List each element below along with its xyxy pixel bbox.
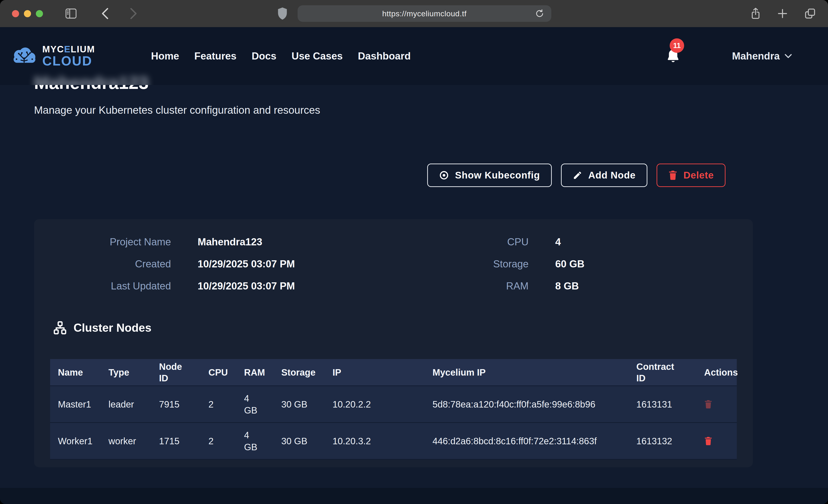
traffic-lights <box>12 10 43 17</box>
table-row-worker1: Worker1 worker 1715 2 4 GB 30 GB 10.20.3… <box>50 422 737 460</box>
network-nodes-icon <box>53 321 67 335</box>
cluster-details-card: Project Name Mahendra123 Created 10/29/2… <box>34 219 753 467</box>
page-title-blur-ghost: Mahendra123 <box>34 73 149 85</box>
info-row-cpu: CPU 4 <box>414 236 584 248</box>
info-row-created: Created 10/29/2025 03:07 PM <box>34 258 295 270</box>
privacy-shield-icon[interactable] <box>277 7 288 20</box>
cluster-info-right: CPU 4 Storage 60 GB RAM 8 GB <box>414 236 584 302</box>
add-node-button[interactable]: Add Node <box>561 164 647 187</box>
chevron-down-icon <box>784 53 792 58</box>
nav-item-use-cases[interactable]: Use Cases <box>292 50 343 62</box>
delete-cluster-button[interactable]: Delete <box>657 164 726 187</box>
cluster-nodes-heading: Cluster Nodes <box>53 321 152 335</box>
brand-e-bars: E <box>64 44 71 54</box>
brand-logo[interactable]: MYCELIUM CLOUD <box>10 45 95 68</box>
info-row-ram: RAM 8 GB <box>414 280 584 292</box>
trash-icon <box>668 170 677 180</box>
info-row-last-updated: Last Updated 10/29/2025 03:07 PM <box>34 280 295 292</box>
share-icon[interactable] <box>750 7 761 20</box>
minimize-window-button[interactable] <box>24 10 31 17</box>
pencil-icon <box>573 170 582 180</box>
address-bar[interactable]: https://myceliumcloud.tf <box>298 5 551 22</box>
forward-icon[interactable] <box>130 8 138 19</box>
nav-item-dashboard[interactable]: Dashboard <box>358 50 411 62</box>
browser-window: https://myceliumcloud.tf <box>0 0 828 504</box>
site-header: Mahendra123 <box>0 27 828 85</box>
info-row-project-name: Project Name Mahendra123 <box>34 236 295 248</box>
cluster-info-left: Project Name Mahendra123 Created 10/29/2… <box>34 236 295 302</box>
table-header-row: Name Type Node ID CPU RAM Storage IP Myc… <box>50 359 737 385</box>
browser-chrome: https://myceliumcloud.tf <box>0 0 828 27</box>
main-nav: Home Features Docs Use Cases Dashboard <box>151 50 411 62</box>
eye-icon <box>439 170 449 180</box>
nav-item-docs[interactable]: Docs <box>252 50 277 62</box>
notifications-button[interactable]: 11 <box>666 48 680 64</box>
reload-icon[interactable] <box>533 8 546 18</box>
nav-item-home[interactable]: Home <box>151 50 179 62</box>
page-subtitle: Manage your Kubernetes cluster configura… <box>34 104 320 116</box>
table-row-master1: Master1 leader 7915 2 4 GB 30 GB 10.20.2… <box>50 385 737 422</box>
delete-node-icon[interactable] <box>704 436 712 446</box>
cluster-actions-toolbar: Show Kubeconfig Add Node Delete <box>427 164 726 187</box>
nav-item-features[interactable]: Features <box>195 50 237 62</box>
cloud-logo-icon <box>10 46 38 66</box>
tab-overview-icon[interactable] <box>804 8 816 19</box>
close-window-button[interactable] <box>12 10 19 17</box>
back-icon[interactable] <box>101 8 109 19</box>
info-row-storage: Storage 60 GB <box>414 258 584 270</box>
delete-node-icon[interactable] <box>704 400 712 409</box>
brand-wordmark: MYCELIUM CLOUD <box>42 45 95 68</box>
user-name: Mahendra <box>732 50 780 62</box>
notification-badge: 11 <box>670 38 684 53</box>
user-menu[interactable]: Mahendra <box>732 50 792 62</box>
url-text: https://myceliumcloud.tf <box>382 9 466 18</box>
show-kubeconfig-button[interactable]: Show Kubeconfig <box>427 164 552 187</box>
sidebar-toggle-icon[interactable] <box>65 8 77 19</box>
cluster-nodes-title: Cluster Nodes <box>74 321 152 334</box>
cluster-nodes-table: Name Type Node ID CPU RAM Storage IP Myc… <box>50 359 737 460</box>
new-tab-icon[interactable] <box>777 8 788 19</box>
footer-band <box>0 488 828 504</box>
zoom-window-button[interactable] <box>36 10 43 17</box>
